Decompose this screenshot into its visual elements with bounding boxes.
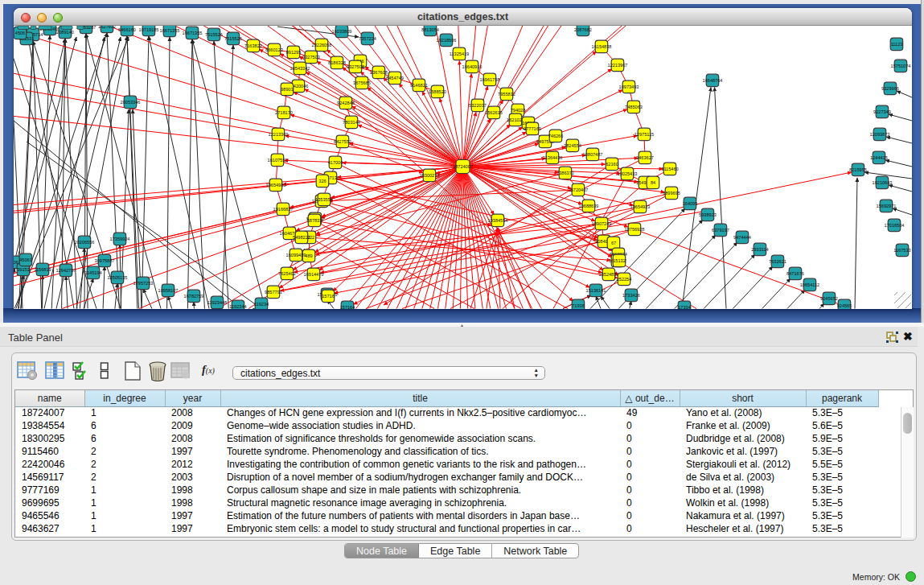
svg-text:17359924: 17359924 (110, 237, 130, 241)
svg-text:8813054: 8813054 (421, 27, 439, 32)
svg-text:7632621: 7632621 (769, 259, 786, 264)
svg-text:19654923: 19654923 (630, 204, 651, 209)
svg-text:164095: 164095 (683, 201, 698, 206)
svg-text:1733426: 1733426 (622, 293, 640, 298)
svg-text:1244415: 1244415 (870, 155, 888, 160)
svg-text:45061: 45061 (19, 257, 32, 262)
svg-text:18724007: 18724007 (453, 164, 473, 169)
svg-text:16671355: 16671355 (183, 31, 203, 35)
svg-text:1192344: 1192344 (229, 304, 246, 309)
svg-text:587833: 587833 (307, 218, 322, 223)
svg-text:8215955: 8215955 (849, 167, 867, 172)
svg-text:9242848: 9242848 (337, 101, 355, 105)
svg-text:10756928: 10756928 (625, 227, 645, 232)
svg-text:98903: 98903 (281, 87, 294, 92)
svg-text:7515526: 7515526 (224, 36, 242, 41)
svg-text:16671355: 16671355 (160, 28, 180, 33)
svg-text:6379197: 6379197 (712, 228, 729, 233)
svg-text:8186328: 8186328 (328, 60, 346, 65)
svg-text:3824554: 3824554 (564, 143, 581, 148)
svg-text:8471676: 8471676 (786, 271, 804, 276)
svg-text:15132: 15132 (613, 258, 626, 263)
svg-text:9146821: 9146821 (410, 83, 428, 88)
svg-text:5322037: 5322037 (469, 103, 487, 108)
svg-text:12213967: 12213967 (608, 63, 628, 68)
svg-text:2718170: 2718170 (275, 110, 293, 115)
svg-text:30975887: 30975887 (95, 258, 115, 263)
svg-text:10719185: 10719185 (139, 27, 159, 32)
svg-text:7485063: 7485063 (625, 105, 643, 109)
svg-text:11325419: 11325419 (450, 51, 469, 56)
svg-text:25300273: 25300273 (420, 173, 440, 178)
svg-text:9857791: 9857791 (265, 290, 282, 295)
svg-text:10688639: 10688639 (579, 204, 599, 208)
svg-text:2087682: 2087682 (574, 27, 592, 32)
svg-text:62160: 62160 (606, 162, 618, 167)
svg-text:7357224: 7357224 (359, 36, 376, 41)
svg-text:20053346: 20053346 (121, 100, 141, 105)
svg-text:15716: 15716 (322, 294, 335, 299)
svg-text:16033809: 16033809 (332, 29, 352, 34)
svg-text:2367608: 2367608 (370, 70, 388, 75)
svg-text:16107552: 16107552 (268, 158, 288, 163)
svg-text:7163822: 7163822 (244, 43, 262, 48)
svg-text:2933114: 2933114 (751, 247, 768, 252)
svg-text:15751074: 15751074 (891, 64, 911, 68)
svg-text:16782759: 16782759 (184, 294, 204, 299)
svg-text:9777169: 9777169 (524, 126, 541, 131)
svg-text:6466160: 6466160 (118, 27, 136, 32)
svg-text:15720407: 15720407 (569, 187, 589, 192)
svg-text:7955812: 7955812 (498, 92, 515, 97)
svg-text:6899695: 6899695 (663, 191, 680, 196)
svg-text:84: 84 (651, 180, 655, 185)
svg-text:1527602: 1527602 (98, 26, 116, 29)
svg-text:417006: 417006 (328, 160, 343, 165)
svg-text:16099489: 16099489 (286, 253, 306, 257)
svg-text:19166827: 19166827 (273, 207, 294, 212)
svg-text:19218506: 19218506 (437, 38, 457, 43)
svg-text:119234: 119234 (254, 302, 269, 307)
svg-text:924565: 924565 (837, 303, 852, 308)
svg-text:326: 326 (318, 179, 326, 183)
svg-text:12942757: 12942757 (56, 268, 76, 273)
svg-text:12505135: 12505135 (108, 275, 128, 280)
svg-text:21364436: 21364436 (543, 155, 563, 160)
svg-text:16914479: 16914479 (304, 272, 324, 277)
svg-text:67: 67 (611, 241, 616, 245)
svg-text:11923448: 11923448 (207, 300, 227, 305)
svg-text:12093873: 12093873 (870, 132, 890, 137)
svg-text:1562615: 1562615 (485, 110, 503, 115)
svg-text:9474444: 9474444 (733, 235, 751, 240)
svg-text:8660123: 8660123 (265, 47, 283, 52)
svg-text:10654112: 10654112 (800, 282, 819, 287)
svg-text:9327503: 9327503 (302, 55, 320, 60)
svg-text:9227349: 9227349 (873, 109, 891, 114)
svg-text:18907249: 18907249 (592, 221, 612, 226)
svg-text:7625402: 7625402 (278, 271, 296, 276)
svg-text:19654983: 19654983 (266, 183, 286, 187)
svg-text:15136141: 15136141 (586, 288, 606, 293)
svg-text:12975115: 12975115 (634, 132, 654, 137)
svg-text:10543342: 10543342 (290, 66, 310, 71)
svg-text:4506: 4506 (15, 31, 25, 35)
svg-text:11123: 11123 (891, 42, 903, 47)
svg-text:746266: 746266 (548, 134, 564, 138)
svg-text:10025433: 10025433 (618, 171, 638, 176)
svg-text:19384554: 19384554 (488, 218, 508, 223)
svg-text:3675685: 3675685 (353, 80, 371, 85)
svg-text:9115460: 9115460 (661, 167, 678, 171)
svg-text:489: 489 (305, 253, 312, 258)
svg-text:39153: 39153 (17, 267, 30, 272)
svg-text:2089140: 2089140 (56, 30, 74, 35)
svg-text:9329966: 9329966 (881, 86, 899, 91)
svg-text:1588520: 1588520 (429, 89, 446, 94)
svg-text:15692971: 15692971 (877, 204, 897, 208)
svg-text:8454749: 8454749 (386, 76, 404, 80)
svg-text:7803144: 7803144 (343, 120, 360, 125)
svg-text:5938923: 5938923 (699, 212, 717, 217)
svg-text:16961758: 16961758 (480, 77, 500, 82)
svg-text:10958107: 10958107 (158, 288, 179, 293)
svg-text:12213369: 12213369 (269, 132, 289, 137)
svg-text:1353554: 1353554 (315, 197, 333, 202)
svg-text:5498222: 5498222 (293, 235, 310, 240)
